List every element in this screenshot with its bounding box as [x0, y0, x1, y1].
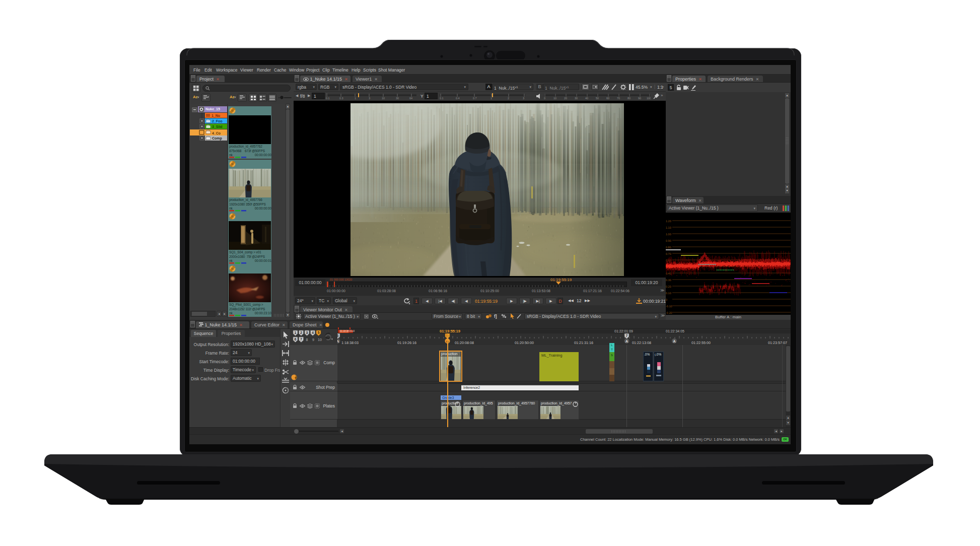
svg-text:50: 50 — [596, 97, 599, 100]
svg-text:0.70: 0.70 — [666, 252, 671, 255]
svg-text:0: 0 — [544, 97, 545, 100]
svg-text:4_Co: 4_Co — [212, 131, 221, 135]
svg-text:1:18:38:03: 1:18:38:03 — [341, 340, 359, 345]
svg-text:5: 5 — [318, 331, 320, 334]
svg-text:6: 6 — [295, 337, 297, 341]
svg-text:0.80: 0.80 — [666, 246, 671, 249]
svg-text:0.4: 0.4 — [456, 97, 460, 100]
svg-text:0.10: 0.10 — [666, 292, 671, 295]
svg-text:3: 3 — [306, 331, 308, 334]
svg-text:7: 7 — [626, 334, 628, 337]
svg-text:01:20:08:08: 01:20:08:08 — [455, 340, 474, 345]
svg-text:01:19:26:16: 01:19:26:16 — [397, 340, 416, 345]
svg-text:2: 2 — [508, 97, 509, 100]
svg-text:0.90: 0.90 — [666, 239, 671, 242]
svg-text:2_Foo: 2_Foo — [212, 119, 223, 123]
svg-text:10: 10 — [553, 97, 556, 100]
svg-text:10: 10 — [382, 97, 385, 100]
svg-text:0.1: 0.1 — [326, 97, 330, 100]
svg-text:4: 4 — [312, 331, 314, 334]
svg-text:3: 3 — [523, 97, 524, 100]
svg-text:40: 40 — [585, 97, 588, 100]
svg-text:01:23:57:07: 01:23:57:07 — [768, 340, 787, 345]
svg-text:8: 8 — [306, 338, 308, 342]
svg-text:60: 60 — [606, 97, 609, 100]
svg-text:0.1: 0.1 — [440, 97, 444, 100]
svg-text:0.7: 0.7 — [473, 97, 477, 100]
svg-text:01:22:55:00: 01:22:55:00 — [691, 340, 711, 345]
svg-text:1: 1 — [295, 331, 297, 334]
svg-text:6: 6 — [337, 334, 339, 337]
svg-text:3_Slid: 3_Slid — [212, 125, 223, 128]
svg-text:Nuke_15: Nuke_15 — [205, 107, 220, 111]
svg-text:1: 1 — [355, 97, 356, 100]
svg-text:0.30: 0.30 — [666, 279, 671, 282]
svg-text:-0.10: -0.10 — [666, 305, 672, 308]
svg-text:100: 100 — [647, 97, 651, 100]
svg-text:10: 10 — [318, 338, 322, 342]
svg-text:Comp: Comp — [212, 136, 222, 141]
svg-text:1.00: 1.00 — [666, 233, 671, 236]
svg-text:2: 2 — [300, 331, 302, 334]
svg-text:20: 20 — [564, 97, 567, 100]
svg-text:0: 0 — [666, 298, 667, 301]
svg-text:01:22:13:08: 01:22:13:08 — [632, 340, 651, 345]
svg-text:30: 30 — [575, 97, 578, 100]
svg-text:9: 9 — [312, 338, 314, 342]
svg-text:A: A — [625, 339, 628, 343]
svg-text:1.20: 1.20 — [666, 220, 671, 223]
svg-text:01:20:50:00: 01:20:50:00 — [515, 340, 534, 345]
svg-text:30: 30 — [396, 97, 399, 100]
svg-text:80: 80 — [627, 97, 631, 100]
svg-text:1: 1 — [491, 97, 492, 100]
svg-text:3: 3 — [369, 97, 370, 100]
svg-text:7: 7 — [300, 337, 302, 341]
svg-text:A: A — [337, 339, 339, 343]
svg-text:90: 90 — [638, 97, 641, 100]
svg-text:-0.20: -0.20 — [666, 311, 672, 314]
svg-text:0.20: 0.20 — [666, 285, 671, 288]
svg-text:1.10: 1.10 — [666, 226, 671, 229]
svg-text:0.3: 0.3 — [339, 97, 343, 100]
svg-text:64: 64 — [409, 97, 412, 100]
svg-text:1_Nu: 1_Nu — [212, 114, 220, 117]
svg-text:70: 70 — [617, 97, 620, 100]
svg-text:01:21:31:16: 01:21:31:16 — [574, 340, 593, 345]
svg-text:A: A — [673, 339, 675, 343]
